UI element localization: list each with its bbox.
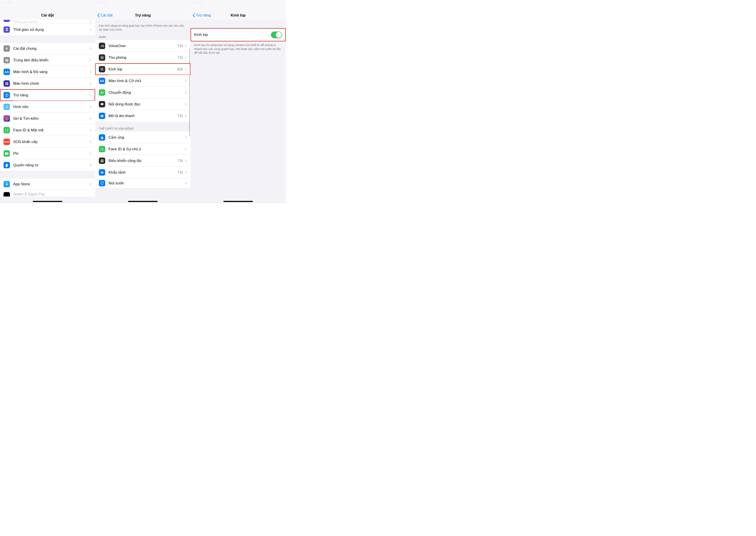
svg-point-6 (6, 48, 8, 49)
svg-point-21 (8, 107, 8, 107)
row-voiceover[interactable]: VoiceOver Tắt (95, 40, 190, 52)
svg-rect-38 (101, 103, 103, 105)
svg-point-17 (6, 107, 7, 107)
nav-bar: Cài đặt Trợ năng (95, 5, 190, 20)
wifi-icon (178, 1, 182, 4)
row-touch[interactable]: Cảm ứng (95, 132, 190, 143)
row-audio-desc[interactable]: AD Mô tả âm thanh Tắt (95, 110, 190, 122)
row-wallet[interactable]: Wallet & Apple Pay (0, 190, 95, 196)
scrollbar-thumb[interactable] (189, 49, 190, 136)
row-side-button[interactable]: Nút sườn (95, 178, 190, 188)
back-button[interactable]: Trợ năng (192, 13, 211, 17)
svg-rect-28 (174, 2, 175, 4)
row-wallpaper[interactable]: Hình nền (0, 101, 95, 113)
home-indicator[interactable] (33, 201, 62, 202)
chevron-right-icon (185, 103, 187, 106)
magnifier-icon (99, 66, 105, 72)
row-label: Nút sườn (109, 181, 185, 185)
row-control-center[interactable]: Trung tâm điều khiển (0, 54, 95, 66)
motion-icon (99, 89, 105, 96)
chevron-right-icon (90, 28, 91, 31)
voice-control-icon (99, 169, 105, 176)
wifi-icon (83, 1, 87, 4)
page-title: Trợ năng (135, 13, 151, 17)
switches-icon (4, 57, 10, 63)
row-screen-time[interactable]: Thời gian sử dụng (0, 24, 95, 35)
row-value: Bật (177, 67, 183, 72)
home-indicator[interactable] (128, 201, 157, 202)
flower-icon (4, 104, 10, 110)
row-label: Thu phóng (109, 55, 177, 60)
chevron-left-icon (97, 13, 100, 17)
chevron-left-icon (192, 13, 195, 17)
faceid-icon (99, 146, 105, 152)
settings-list[interactable]: Không làm phiền Thời gian sử dụng Cài đặ… (0, 20, 95, 196)
chevron-right-icon (185, 115, 187, 117)
row-display-text[interactable]: AA Màn hình & Cỡ chữ (95, 75, 190, 87)
accessibility-list[interactable]: VoiceOver Tắt Thu phóng Tắt Kính lúp Bật… (95, 40, 190, 122)
row-faceid-attention[interactable]: Face ID & Sự chú ý (95, 143, 190, 155)
row-label: Màn hình & Độ sáng (13, 70, 90, 74)
row-battery[interactable]: Pin (0, 148, 95, 159)
row-label: Face ID & Sự chú ý (109, 147, 185, 151)
battery-icon (279, 1, 283, 4)
row-home-screen[interactable]: Màn hình chính (0, 78, 95, 89)
page-title: Kính lúp (231, 13, 246, 17)
row-siri[interactable]: Siri & Tìm kiếm (0, 113, 95, 124)
row-appstore[interactable]: App Store (0, 178, 95, 190)
row-value: Tắt (177, 170, 183, 175)
row-display-brightness[interactable]: AA Màn hình & Độ sáng (0, 66, 95, 78)
row-motion[interactable]: Chuyển động (95, 87, 190, 98)
svg-point-42 (102, 149, 103, 149)
faceid-icon (4, 127, 10, 133)
svg-point-18 (6, 105, 7, 106)
row-sos[interactable]: SOS SOS khẩn cấp (0, 136, 95, 148)
row-label: Trợ năng (13, 93, 90, 97)
hourglass-icon (4, 26, 10, 33)
svg-rect-45 (101, 161, 102, 162)
chevron-right-icon (185, 45, 187, 47)
row-partial-top[interactable]: Không làm phiền (0, 20, 95, 24)
status-bar: 14:56 (0, 0, 95, 5)
home-indicator[interactable] (223, 201, 253, 202)
physical-list[interactable]: Cảm ứng Face ID & Sự chú ý Điều khiển cô… (95, 132, 190, 188)
battery-icon (183, 1, 187, 4)
row-zoom[interactable]: Thu phóng Tắt (95, 52, 190, 63)
svg-rect-49 (102, 172, 102, 173)
svg-point-23 (6, 130, 7, 130)
magnifier-screen: 14:56 Trợ năng Kính lúp Kính lúp Kính lú… (190, 0, 286, 203)
svg-point-37 (102, 92, 103, 93)
back-button[interactable]: Cài đặt (97, 13, 113, 17)
signal-icon (78, 1, 82, 4)
row-accessibility[interactable]: Trợ năng (0, 89, 95, 101)
siri-icon (4, 115, 10, 122)
spacer (190, 20, 286, 28)
row-spoken-content[interactable]: Nội dung được đọc (95, 98, 190, 110)
svg-point-22 (6, 117, 8, 120)
back-label: Cài đặt (101, 13, 113, 17)
row-magnifier-toggle[interactable]: Kính lúp (190, 28, 286, 41)
chevron-right-icon (90, 94, 91, 97)
row-general[interactable]: Cài đặt chung (0, 43, 95, 54)
chevron-right-icon (185, 148, 187, 151)
signal-icon (173, 1, 177, 4)
accessibility-icon (4, 92, 10, 98)
row-faceid[interactable]: Face ID & Mật mã (0, 124, 95, 136)
chevron-right-icon (90, 140, 91, 143)
row-privacy[interactable]: Quyền riêng tư (0, 159, 95, 171)
row-label: Mô tả âm thanh (109, 114, 177, 118)
row-switch-control[interactable]: Điều khiển công tắc Tắt (95, 155, 190, 167)
row-magnifier[interactable]: Kính lúp Bật (95, 63, 190, 75)
row-value: Tắt (177, 55, 183, 60)
row-value: Tắt (177, 44, 183, 48)
status-time: 14:56 (194, 1, 202, 4)
row-label: Nội dung được đọc (109, 102, 185, 107)
row-voice-control[interactable]: Khẩu lệnh Tắt (95, 167, 190, 178)
svg-point-24 (7, 130, 8, 130)
svg-rect-53 (103, 182, 103, 183)
magnifier-switch[interactable] (271, 31, 282, 38)
svg-point-35 (102, 57, 103, 58)
svg-rect-57 (272, 1, 272, 4)
svg-rect-43 (101, 159, 102, 161)
svg-point-20 (5, 107, 6, 107)
